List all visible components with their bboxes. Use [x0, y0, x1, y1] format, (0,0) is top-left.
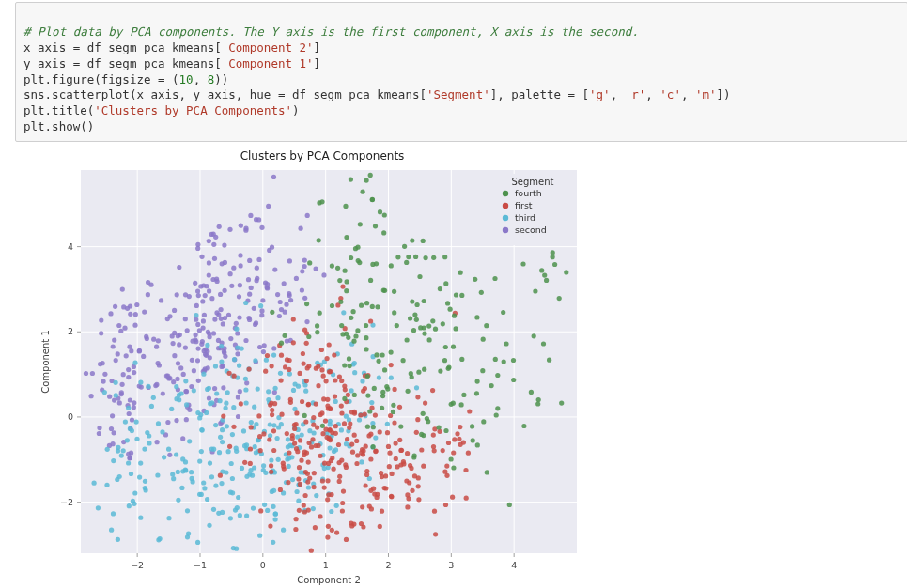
scatter-point [101, 379, 106, 384]
scatter-point [155, 472, 160, 477]
scatter-point [344, 465, 349, 470]
scatter-point [352, 411, 357, 416]
scatter-point [552, 262, 557, 267]
scatter-point [338, 300, 343, 304]
scatter-point [320, 424, 325, 428]
scatter-point [89, 394, 94, 398]
scatter-point [147, 441, 151, 445]
scatter-point [421, 411, 426, 416]
scatter-point [314, 493, 318, 498]
scatter-point [99, 331, 103, 335]
scatter-point [119, 454, 124, 458]
scatter-point [392, 420, 396, 425]
scatter-point [418, 325, 423, 330]
scatter-point [254, 450, 258, 455]
scatter-point [397, 438, 402, 442]
scatter-point [219, 359, 224, 364]
scatter-point [325, 356, 330, 361]
scatter-point [283, 333, 287, 338]
scatter-point [373, 413, 378, 418]
scatter-point [220, 427, 225, 432]
scatter-point [271, 540, 275, 545]
scatter-point [271, 448, 276, 453]
scatter-point [474, 391, 479, 395]
scatter-point [129, 472, 133, 476]
scatter-point [368, 278, 373, 283]
scatter-point [199, 255, 204, 259]
scatter-point [256, 413, 261, 418]
scatter-point [360, 504, 364, 509]
scatter-point [253, 322, 257, 327]
scatter-point [195, 246, 200, 251]
scatter-point [174, 418, 178, 423]
scatter-point [364, 178, 369, 183]
scatter-point [320, 478, 325, 483]
scatter-point [445, 301, 450, 305]
scatter-point [379, 471, 383, 475]
scatter-point [485, 470, 489, 474]
scatter-point [382, 212, 387, 217]
scatter-point [328, 369, 333, 374]
scatter-point [291, 317, 296, 321]
scatter-point [449, 402, 454, 407]
scatter-point [271, 428, 276, 433]
code-line-2-str: 'Component 2' [222, 40, 314, 54]
scatter-point [146, 384, 150, 389]
scatter-point [247, 258, 252, 263]
scatter-point [295, 489, 300, 494]
scatter-point [511, 358, 516, 363]
scatter-point [504, 341, 508, 346]
scatter-point [132, 323, 137, 328]
scatter-point [383, 486, 388, 490]
scatter-point [242, 443, 247, 448]
scatter-point [104, 483, 109, 487]
scatter-point [415, 302, 420, 307]
scatter-point [547, 358, 551, 363]
scatter-point [377, 359, 381, 364]
scatter-point [520, 261, 525, 266]
scatter-point [238, 389, 242, 394]
scatter-point [423, 401, 427, 406]
code-line-4n1: 10 [179, 72, 194, 86]
scatter-point [300, 432, 304, 437]
scatter-point [370, 197, 375, 202]
scatter-point [368, 318, 373, 323]
scatter-point [306, 402, 311, 407]
scatter-point [299, 226, 303, 231]
scatter-point [209, 474, 214, 479]
scatter-point [248, 461, 253, 466]
scatter-point [353, 333, 358, 338]
scatter-point [279, 412, 284, 417]
scatter-point [342, 363, 347, 367]
scatter-point [325, 497, 330, 502]
scatter-point [360, 447, 364, 452]
scatter-point [183, 292, 188, 297]
scatter-point [114, 380, 118, 385]
scatter-point [377, 376, 381, 380]
scatter-point [351, 309, 356, 314]
scatter-point [378, 209, 382, 214]
scatter-point [349, 388, 354, 393]
scatter-point [275, 395, 280, 400]
scatter-point [321, 272, 326, 277]
scatter-point [219, 344, 224, 348]
scatter-point [196, 379, 201, 383]
x-axis-label: Component 2 [297, 575, 361, 585]
scatter-point [125, 306, 130, 311]
scatter-point [254, 422, 258, 426]
scatter-point [270, 408, 274, 412]
scatter-point [305, 213, 310, 218]
scatter-point [279, 379, 284, 383]
scatter-point [464, 496, 469, 501]
scatter-point [413, 255, 418, 259]
scatter-point [249, 420, 254, 425]
scatter-point [294, 276, 299, 281]
scatter-point [231, 266, 236, 271]
scatter-point [414, 385, 419, 390]
scatter-point [443, 345, 448, 349]
scatter-point [276, 457, 281, 462]
scatter-point [132, 400, 136, 405]
scatter-point [183, 459, 188, 464]
scatter-point [438, 369, 442, 374]
code-line-4c: , [194, 72, 208, 86]
